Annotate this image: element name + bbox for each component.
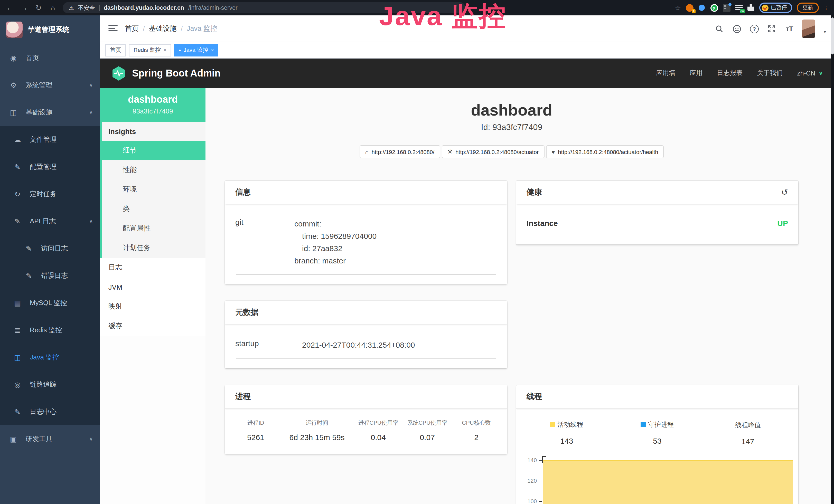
sba-item-mappings[interactable]: 映射 (100, 297, 205, 316)
chevron-down-icon: ∨ (89, 436, 93, 442)
sidebar-item-mysql[interactable]: ▦ MySQL 监控 (0, 289, 100, 316)
instance-name: dashboard (103, 94, 202, 105)
user-avatar[interactable] (802, 20, 815, 38)
app-logo-image (6, 22, 23, 38)
health-url-button[interactable]: ♥ http://192.168.0.2:48080/actuator/heal… (546, 145, 664, 158)
actuator-url-button[interactable]: ⚒ http://192.168.0.2:48080/actuator (441, 145, 544, 158)
sidebar-item-log-center[interactable]: ✎ 日志中心 (0, 398, 100, 425)
sidebar-item-config[interactable]: ✎ 配置管理 (0, 153, 100, 180)
process-table-values: 5261 6d 23h 15m 59s 0.04 0.07 2 (231, 427, 501, 442)
monitor-icon: ◫ (7, 108, 20, 116)
sba-nav-applications[interactable]: 应用 (690, 69, 702, 77)
extension-list-icon[interactable]: on (735, 4, 743, 12)
sidebar-item-api-logs[interactable]: ✎ API 日志 ∧ (0, 207, 100, 235)
sba-item-logs[interactable]: 日志 (100, 258, 205, 277)
tab-close-icon[interactable]: × (163, 47, 167, 53)
timer-icon: ↻ (11, 190, 24, 198)
sba-item-metrics[interactable]: 性能 (102, 160, 205, 180)
window-scrollbar[interactable] (831, 16, 834, 504)
history-icon[interactable]: ↺ (781, 187, 788, 197)
sba-language-select[interactable]: zh-CN ∨ (797, 70, 823, 77)
help-icon[interactable]: ? (750, 24, 759, 33)
tags-view-bar: 首页 Redis 监控 × ● Java 监控 × (100, 42, 834, 59)
process-card-title: 进程 (225, 385, 507, 409)
tab-close-icon[interactable]: × (211, 47, 214, 53)
service-url: http://192.168.0.2:48080/ (372, 148, 435, 155)
active-tab-dot: ● (179, 48, 181, 52)
sidebar-item-redis[interactable]: ≣ Redis 监控 (0, 316, 100, 344)
breadcrumb-home[interactable]: 首页 (125, 24, 139, 33)
sidebar-item-jobs[interactable]: ↻ 定时任务 (0, 180, 100, 207)
sidebar-item-home[interactable]: ◉ 首页 (0, 44, 100, 71)
bookmark-star-icon[interactable]: ☆ (675, 4, 681, 12)
sba-item-jvm[interactable]: JVM (100, 277, 205, 297)
sidebar-item-label: 错误日志 (41, 271, 68, 280)
paused-extension-pill[interactable]: 已暂停 (759, 3, 792, 13)
browser-update-button[interactable]: 更新 (797, 3, 819, 13)
sba-nav-wallboard[interactable]: 应用墙 (656, 69, 675, 77)
sba-item-details[interactable]: 细节 (102, 141, 205, 160)
tab-redis-monitor[interactable]: Redis 监控 × (129, 44, 171, 56)
sba-logo-icon (111, 66, 126, 81)
sidebar-item-files[interactable]: ☁ 文件管理 (0, 126, 100, 153)
sba-item-scheduled-tasks[interactable]: 计划任务 (102, 238, 205, 258)
url-host: dashboard.yudao.iocoder.cn (104, 5, 184, 11)
breadcrumb-infra[interactable]: 基础设施 (149, 24, 177, 33)
hamburger-icon[interactable] (108, 25, 118, 32)
search-icon[interactable] (715, 24, 724, 33)
sidebar-item-label: 基础设施 (26, 108, 52, 117)
extension-y-icon[interactable]: y (710, 4, 718, 12)
sidebar-item-java-monitor[interactable]: ◫ Java 监控 (0, 344, 100, 371)
breadcrumb-separator: / (143, 25, 145, 32)
breadcrumb-separator: / (181, 25, 183, 32)
service-url-button[interactable]: ⌂ http://192.168.0.2:48080/ (359, 145, 440, 158)
chevron-up-icon: ∧ (89, 218, 93, 224)
browser-reload-icon[interactable]: ↻ (34, 4, 43, 12)
browser-back-icon[interactable]: ← (5, 4, 14, 12)
sba-item-environment[interactable]: 环境 (102, 180, 205, 199)
gear-icon: ⚙ (7, 81, 20, 89)
sba-nav-about[interactable]: 关于我们 (757, 69, 783, 77)
info-value: commit: time: 1596289704000 id: 27aa832 … (294, 218, 376, 267)
dashboard-icon: ◉ (7, 54, 20, 62)
tab-home[interactable]: 首页 (105, 44, 126, 56)
avatar-caret-icon[interactable]: ▾ (824, 29, 826, 35)
sidebar-item-dev-tools[interactable]: ▣ 研发工具 ∨ (0, 425, 100, 452)
sidebar-item-access-log[interactable]: ✎ 访问日志 (0, 235, 100, 262)
extension-pin-icon[interactable] (698, 4, 706, 12)
browser-home-icon[interactable]: ⌂ (48, 4, 58, 12)
live-threads-value: 143 (521, 436, 612, 445)
address-bar[interactable]: ⚠ 不安全 dashboard.yudao.iocoder.cn/infra/a… (63, 2, 465, 13)
info-card-body: git commit: time: 1596289704000 id: 27aa… (225, 204, 507, 284)
peak-threads-value: 147 (702, 437, 793, 446)
extension-orange-icon[interactable]: 1 (685, 4, 693, 12)
scrollbar-thumb[interactable] (831, 18, 834, 54)
insights-header[interactable]: Insights (102, 122, 205, 141)
sba-nav-journal[interactable]: 日志报表 (717, 69, 743, 77)
sidebar-item-infra[interactable]: ◫ 基础设施 ∧ (0, 98, 100, 126)
process-table: 进程ID 运行时间 进程CPU使用率 系统CPU使用率 CPU核心数 5261 … (225, 409, 507, 454)
sba-item-config-props[interactable]: 配置属性 (102, 219, 205, 238)
browser-menu-kebab-icon[interactable]: ⋮ (824, 4, 829, 11)
extensions-puzzle-icon[interactable] (747, 4, 754, 11)
sidebar-item-label: API 日志 (30, 216, 56, 226)
legend-label: 守护进程 (648, 420, 674, 429)
instance-header[interactable]: dashboard 93a3fc7f7409 (100, 88, 205, 122)
tab-java-monitor[interactable]: ● Java 监控 × (174, 44, 219, 56)
legend-label: 活动线程 (557, 420, 583, 429)
font-size-icon[interactable]: тT (785, 24, 794, 33)
sba-item-caches[interactable]: 缓存 (100, 316, 205, 336)
sidebar-item-system[interactable]: ⚙ 系统管理 ∨ (0, 71, 100, 98)
monitor-icon: ◫ (11, 353, 24, 361)
sidebar-item-label: Java 监控 (30, 352, 59, 362)
fullscreen-icon[interactable] (767, 24, 776, 33)
app-logo-row[interactable]: 芋道管理系统 (0, 16, 100, 44)
github-icon[interactable] (732, 24, 742, 33)
sidebar-item-tracing[interactable]: ◎ 链路追踪 (0, 371, 100, 398)
sidebar-item-label: 系统管理 (26, 81, 52, 90)
browser-forward-icon[interactable]: → (20, 4, 29, 12)
sba-brand[interactable]: Spring Boot Admin (111, 66, 221, 81)
sidebar-item-error-log[interactable]: ✎ 错误日志 (0, 262, 100, 289)
sba-item-classes[interactable]: 类 (102, 199, 205, 219)
extension-grid-icon[interactable] (723, 4, 730, 12)
